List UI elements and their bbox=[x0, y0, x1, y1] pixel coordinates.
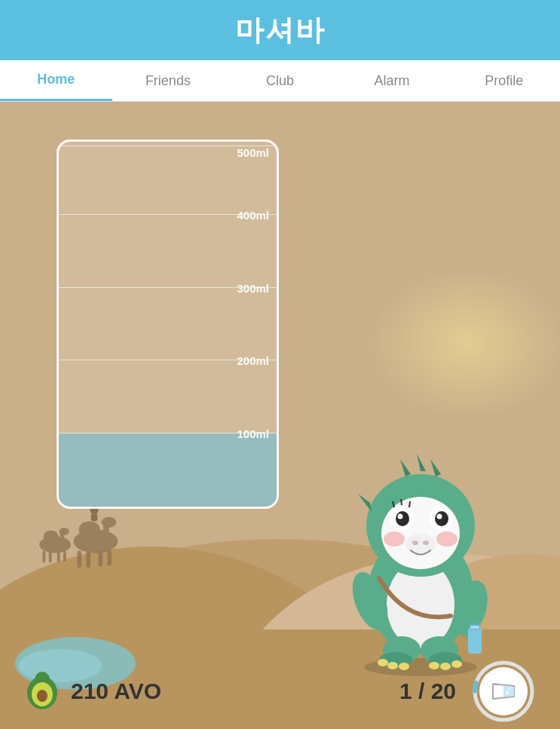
svg-point-18 bbox=[79, 521, 100, 538]
svg-marker-47 bbox=[417, 454, 426, 471]
app-title: 마셔바 bbox=[235, 11, 326, 50]
svg-point-34 bbox=[398, 514, 403, 519]
ml-label-500: 500ml bbox=[237, 146, 269, 159]
svg-line-37 bbox=[409, 501, 410, 507]
ml-label-100: 100ml bbox=[237, 427, 269, 440]
glass-icon bbox=[488, 676, 519, 706]
svg-rect-54 bbox=[470, 626, 479, 629]
svg-point-33 bbox=[396, 511, 409, 526]
app-header: 마셔바 bbox=[0, 0, 560, 60]
svg-rect-14 bbox=[49, 551, 52, 562]
nav-item-profile[interactable]: Profile bbox=[448, 60, 560, 101]
progress-circle bbox=[470, 657, 537, 725]
ml-label-200: 200ml bbox=[237, 354, 269, 367]
svg-rect-16 bbox=[63, 551, 66, 562]
svg-point-40 bbox=[437, 514, 442, 519]
svg-rect-26 bbox=[91, 513, 97, 521]
nav-bar: Home Friends Club Alarm Profile bbox=[0, 60, 560, 102]
svg-rect-52 bbox=[468, 627, 482, 654]
svg-point-42 bbox=[412, 541, 418, 545]
nav-item-club[interactable]: Club bbox=[224, 60, 336, 101]
avocado-icon bbox=[23, 672, 62, 711]
svg-marker-48 bbox=[430, 459, 441, 476]
nav-item-home[interactable]: Home bbox=[0, 60, 112, 101]
svg-point-10 bbox=[44, 531, 59, 542]
svg-rect-21 bbox=[78, 551, 82, 568]
ml-label-400: 400ml bbox=[237, 209, 269, 222]
progress-area: 1 / 20 bbox=[399, 657, 537, 725]
svg-rect-13 bbox=[43, 551, 46, 562]
svg-rect-22 bbox=[86, 551, 90, 568]
svg-line-36 bbox=[401, 499, 402, 505]
character-mascot bbox=[334, 427, 507, 676]
svg-point-45 bbox=[436, 531, 457, 547]
ml-label-300: 300ml bbox=[237, 282, 269, 295]
water-fill bbox=[59, 433, 277, 507]
svg-point-44 bbox=[384, 531, 405, 547]
nav-item-friends[interactable]: Friends bbox=[112, 60, 225, 101]
main-content: 100ml 200ml 300ml 400ml 500ml bbox=[0, 102, 560, 729]
progress-label: 1 / 20 bbox=[399, 678, 456, 704]
svg-rect-15 bbox=[57, 551, 60, 562]
svg-point-73 bbox=[509, 688, 511, 691]
svg-point-72 bbox=[506, 691, 509, 694]
svg-point-20 bbox=[102, 517, 117, 528]
svg-point-12 bbox=[60, 528, 69, 535]
svg-point-39 bbox=[435, 511, 448, 526]
svg-marker-46 bbox=[400, 459, 411, 476]
mascot-svg bbox=[334, 427, 507, 676]
svg-point-68 bbox=[37, 690, 47, 702]
svg-rect-24 bbox=[107, 551, 112, 566]
svg-rect-23 bbox=[99, 551, 103, 567]
svg-point-8 bbox=[369, 268, 560, 418]
svg-point-41 bbox=[405, 534, 436, 555]
nav-item-alarm[interactable]: Alarm bbox=[336, 60, 448, 101]
bottom-bar: 210 AVO 1 / 20 bbox=[0, 654, 560, 729]
svg-point-43 bbox=[423, 541, 429, 545]
water-gauge-container[interactable]: 100ml 200ml 300ml 400ml 500ml bbox=[57, 139, 279, 509]
avo-score: 210 AVO bbox=[23, 672, 161, 711]
avo-amount: 210 AVO bbox=[71, 678, 161, 704]
